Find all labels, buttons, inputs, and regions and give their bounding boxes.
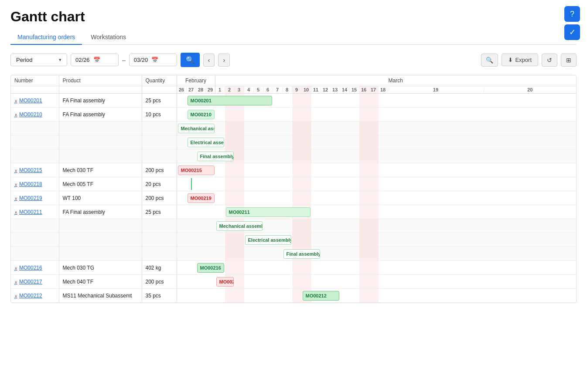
- cell-quantity: 402 kg: [142, 261, 177, 275]
- date-to-input[interactable]: 03/20 📅: [129, 54, 177, 66]
- cell-product: FA Final assembly: [59, 94, 142, 108]
- expand-icon: ∨: [14, 294, 17, 298]
- table-row: ∨MO00215Mech 030 TF200 pcsMO00215: [11, 163, 576, 177]
- next-icon: ›: [223, 57, 225, 64]
- day-m18: 18: [378, 86, 388, 94]
- toolbar: Period ▾ 02/26 📅 – 03/20 📅 🔍 ‹ › 🔍 ⬇ Exp…: [10, 53, 577, 67]
- table-row: ∨MO00218Mech 005 TF20 pcs: [11, 177, 576, 191]
- period-label: Period: [16, 57, 33, 63]
- gantt-body: ∨MO00201FA Final assembly25 pcsMO00201∧M…: [11, 94, 576, 303]
- cell-number[interactable]: ∨MO00217: [11, 275, 59, 289]
- cell-number[interactable]: ∧MO00210: [11, 108, 59, 122]
- download-icon: ⬇: [508, 57, 513, 63]
- cell-number[interactable]: ∧MO00211: [11, 205, 59, 219]
- table-row: ∧MO00210FA Final assembly10 pcsMO00210: [11, 108, 576, 122]
- day-m2: 2: [225, 86, 234, 94]
- day-m6: 6: [263, 86, 273, 94]
- cell-quantity: 200 pcs: [142, 191, 177, 205]
- date-separator: –: [122, 57, 126, 64]
- day-m1: 1: [215, 86, 225, 94]
- cell-timeline: MO00211: [177, 205, 576, 219]
- day-m20: 20: [484, 86, 576, 94]
- day-m15: 15: [349, 86, 359, 94]
- grid-button[interactable]: ⊞: [561, 54, 577, 67]
- cell-product: Mech 005 TF: [59, 177, 142, 191]
- table-row: Mechanical assembly: [11, 219, 576, 233]
- tab-workstations[interactable]: Workstations: [84, 30, 133, 45]
- prev-button[interactable]: ‹: [203, 54, 215, 67]
- day-26: 26: [177, 86, 186, 94]
- expand-icon: ∨: [14, 98, 17, 103]
- cell-number[interactable]: ∨MO00219: [11, 191, 59, 205]
- month-header-row: Number Product Quantity February March: [11, 75, 576, 86]
- table-row: ∧MO00211FA Final assembly25 pcsMO00211: [11, 205, 576, 219]
- next-button[interactable]: ›: [218, 54, 230, 67]
- cell-product: FA Final assembly: [59, 205, 142, 219]
- table-row: ∨MO00212MS11 Mechanical Subassemt35 pcsM…: [11, 289, 576, 303]
- march-header: March: [215, 75, 576, 86]
- cell-number[interactable]: ∨MO00201: [11, 94, 59, 108]
- expand-icon: ∨: [14, 168, 17, 173]
- search-icon-button[interactable]: 🔍: [481, 54, 498, 67]
- table-row: Final assembly: [11, 247, 576, 261]
- cell-timeline-child: Mechanical assembly: [177, 122, 576, 135]
- expand-icon: ∨: [14, 196, 17, 201]
- day-m10: 10: [301, 86, 311, 94]
- help-button[interactable]: ?: [564, 6, 580, 22]
- refresh-icon: ↺: [547, 57, 552, 64]
- table-row: Mechanical assembly: [11, 122, 576, 135]
- expand-icon: ∨: [14, 266, 17, 270]
- export-label: Export: [515, 57, 532, 63]
- cell-timeline-child: Final assembly: [177, 149, 576, 163]
- cell-product: MS11 Mechanical Subassemt: [59, 289, 142, 303]
- top-right-buttons: ? ✓: [564, 6, 580, 40]
- table-row: ∨MO00219WT 100200 pcsMO00219: [11, 191, 576, 205]
- table-row: ∨MO00201FA Final assembly25 pcsMO00201: [11, 94, 576, 108]
- col-number-header: Number: [11, 75, 59, 86]
- day-28: 28: [196, 86, 205, 94]
- grid-icon: ⊞: [566, 57, 571, 64]
- cell-number[interactable]: ∨MO00218: [11, 177, 59, 191]
- page-title: Gantt chart: [10, 9, 577, 25]
- search-icon-2: 🔍: [486, 57, 493, 64]
- cell-product: FA Final assembly: [59, 108, 142, 122]
- page: ? ✓ Gantt chart Manufacturing orders Wor…: [0, 0, 587, 392]
- day-m12: 12: [321, 86, 330, 94]
- refresh-button[interactable]: ↺: [542, 54, 557, 67]
- day-header-row: 26 27 28 29 1 2 3 4 5 6 7 8 9 10 11 12: [11, 86, 576, 94]
- day-27: 27: [186, 86, 196, 94]
- gantt-container: Number Product Quantity February March 2…: [10, 75, 577, 303]
- cell-product: Mech 030 TF: [59, 163, 142, 177]
- cell-number[interactable]: ∨MO00212: [11, 289, 59, 303]
- cell-product: Mech 040 TF: [59, 275, 142, 289]
- day-m5: 5: [253, 86, 263, 94]
- cell-timeline: MO002: [177, 275, 576, 289]
- day-m17: 17: [369, 86, 378, 94]
- day-m14: 14: [340, 86, 349, 94]
- cell-timeline: MO00212: [177, 289, 576, 303]
- export-button[interactable]: ⬇ Export: [502, 54, 538, 66]
- expand-icon: ∧: [14, 112, 17, 117]
- cell-quantity: 25 pcs: [142, 94, 177, 108]
- day-m19: 19: [388, 86, 484, 94]
- table-row: ∨MO00217Mech 040 TF200 pcsMO002: [11, 275, 576, 289]
- cell-quantity: 25 pcs: [142, 205, 177, 219]
- expand-icon: ∨: [14, 182, 17, 187]
- cell-timeline: MO00219: [177, 191, 576, 205]
- cell-number[interactable]: ∨MO00215: [11, 163, 59, 177]
- day-m8: 8: [282, 86, 292, 94]
- period-select[interactable]: Period ▾: [10, 54, 67, 66]
- search-button[interactable]: 🔍: [181, 53, 200, 67]
- chevron-down-icon: ▾: [59, 57, 61, 63]
- cell-quantity: 200 pcs: [142, 163, 177, 177]
- expand-icon: ∨: [14, 280, 17, 284]
- tab-manufacturing[interactable]: Manufacturing orders: [10, 30, 82, 45]
- date-from-input[interactable]: 02/26 📅: [71, 54, 119, 66]
- cell-timeline: MO00216: [177, 261, 576, 275]
- day-m11: 11: [311, 86, 321, 94]
- cell-number[interactable]: ∨MO00216: [11, 261, 59, 275]
- day-m3: 3: [234, 86, 244, 94]
- check-button[interactable]: ✓: [564, 24, 580, 40]
- date-from-value: 02/26: [75, 57, 90, 63]
- cell-timeline: MO00210: [177, 108, 576, 122]
